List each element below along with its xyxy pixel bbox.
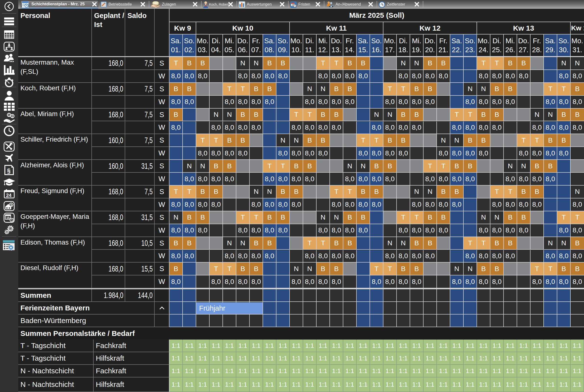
svg-text:24: 24 bbox=[6, 192, 12, 198]
svg-text:15: 15 bbox=[6, 216, 10, 220]
svg-text:1: 1 bbox=[8, 114, 10, 117]
svg-text:2: 2 bbox=[12, 115, 13, 118]
svg-text:§: § bbox=[7, 167, 11, 174]
svg-text:$: $ bbox=[11, 203, 13, 207]
